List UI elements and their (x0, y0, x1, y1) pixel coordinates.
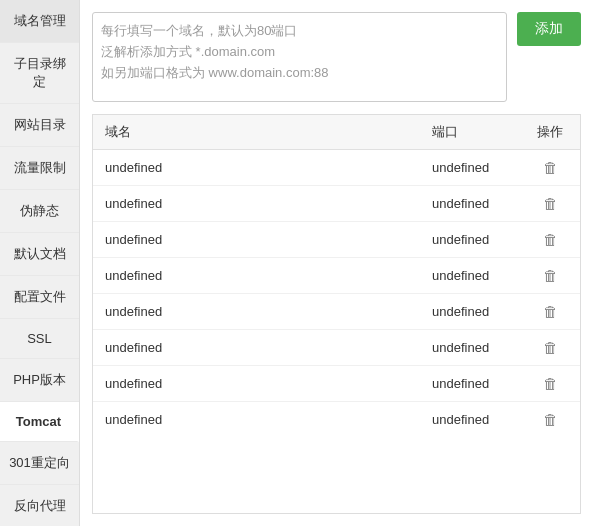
cell-op-0: 🗑 (520, 150, 580, 186)
cell-domain-3: undefined (93, 258, 420, 294)
table-row: undefinedundefined🗑 (93, 294, 580, 330)
cell-port-3: undefined (420, 258, 520, 294)
delete-icon-3[interactable]: 🗑 (543, 267, 558, 284)
delete-icon-0[interactable]: 🗑 (543, 159, 558, 176)
add-button[interactable]: 添加 (517, 12, 581, 46)
cell-port-7: undefined (420, 402, 520, 438)
sidebar-item-domain-mgmt[interactable]: 域名管理 (0, 0, 79, 43)
sidebar-item-subdir-bind[interactable]: 子目录绑定 (0, 43, 79, 104)
main-content: 添加 域名 端口 操作 undefinedundefined🗑undefined… (80, 0, 593, 526)
sidebar: 域名管理子目录绑定网站目录流量限制伪静态默认文档配置文件SSLPHP版本Tomc… (0, 0, 80, 526)
cell-op-7: 🗑 (520, 402, 580, 438)
cell-port-4: undefined (420, 294, 520, 330)
cell-domain-1: undefined (93, 186, 420, 222)
col-header-domain: 域名 (93, 115, 420, 150)
cell-port-6: undefined (420, 366, 520, 402)
sidebar-item-reverse-proxy[interactable]: 反向代理 (0, 485, 79, 526)
delete-icon-7[interactable]: 🗑 (543, 411, 558, 428)
cell-domain-6: undefined (93, 366, 420, 402)
cell-port-0: undefined (420, 150, 520, 186)
sidebar-item-site-dir[interactable]: 网站目录 (0, 104, 79, 147)
cell-domain-7: undefined (93, 402, 420, 438)
domain-textarea[interactable] (92, 12, 507, 102)
cell-op-2: 🗑 (520, 222, 580, 258)
table-row: undefinedundefined🗑 (93, 222, 580, 258)
table-header-row: 域名 端口 操作 (93, 115, 580, 150)
table-row: undefinedundefined🗑 (93, 186, 580, 222)
sidebar-item-default-doc[interactable]: 默认文档 (0, 233, 79, 276)
cell-op-6: 🗑 (520, 366, 580, 402)
sidebar-item-redirect-301[interactable]: 301重定向 (0, 442, 79, 485)
delete-icon-1[interactable]: 🗑 (543, 195, 558, 212)
table-row: undefinedundefined🗑 (93, 150, 580, 186)
cell-op-4: 🗑 (520, 294, 580, 330)
delete-icon-4[interactable]: 🗑 (543, 303, 558, 320)
sidebar-item-rewrite[interactable]: 伪静态 (0, 190, 79, 233)
cell-domain-5: undefined (93, 330, 420, 366)
cell-port-2: undefined (420, 222, 520, 258)
table-row: undefinedundefined🗑 (93, 330, 580, 366)
col-header-op: 操作 (520, 115, 580, 150)
cell-port-5: undefined (420, 330, 520, 366)
domain-input-area: 添加 (92, 12, 581, 102)
cell-op-5: 🗑 (520, 330, 580, 366)
delete-icon-2[interactable]: 🗑 (543, 231, 558, 248)
cell-op-3: 🗑 (520, 258, 580, 294)
domain-table: 域名 端口 操作 undefinedundefined🗑undefinedund… (93, 115, 580, 437)
sidebar-item-ssl[interactable]: SSL (0, 319, 79, 359)
cell-port-1: undefined (420, 186, 520, 222)
table-row: undefinedundefined🗑 (93, 402, 580, 438)
cell-domain-4: undefined (93, 294, 420, 330)
table-body: undefinedundefined🗑undefinedundefined🗑un… (93, 150, 580, 438)
domain-table-wrapper: 域名 端口 操作 undefinedundefined🗑undefinedund… (92, 114, 581, 514)
cell-domain-0: undefined (93, 150, 420, 186)
table-row: undefinedundefined🗑 (93, 258, 580, 294)
sidebar-item-config-file[interactable]: 配置文件 (0, 276, 79, 319)
sidebar-item-tomcat[interactable]: Tomcat (0, 402, 79, 442)
delete-icon-5[interactable]: 🗑 (543, 339, 558, 356)
table-row: undefinedundefined🗑 (93, 366, 580, 402)
sidebar-item-traffic-limit[interactable]: 流量限制 (0, 147, 79, 190)
cell-op-1: 🗑 (520, 186, 580, 222)
col-header-port: 端口 (420, 115, 520, 150)
sidebar-item-php-version[interactable]: PHP版本 (0, 359, 79, 402)
delete-icon-6[interactable]: 🗑 (543, 375, 558, 392)
cell-domain-2: undefined (93, 222, 420, 258)
